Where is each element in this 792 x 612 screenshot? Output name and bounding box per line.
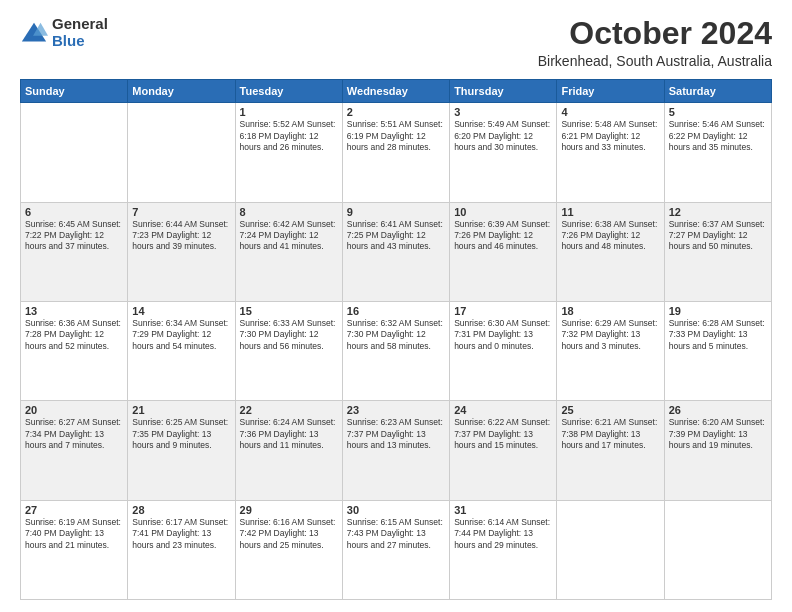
cell-info: Sunrise: 6:24 AM Sunset: 7:36 PM Dayligh…	[240, 417, 338, 451]
page: General Blue October 2024 Birkenhead, So…	[0, 0, 792, 612]
calendar-cell: 5Sunrise: 5:46 AM Sunset: 6:22 PM Daylig…	[664, 103, 771, 202]
day-number: 27	[25, 504, 123, 516]
calendar-cell: 17Sunrise: 6:30 AM Sunset: 7:31 PM Dayli…	[450, 301, 557, 400]
cell-info: Sunrise: 6:39 AM Sunset: 7:26 PM Dayligh…	[454, 219, 552, 253]
day-number: 16	[347, 305, 445, 317]
cell-info: Sunrise: 6:15 AM Sunset: 7:43 PM Dayligh…	[347, 517, 445, 551]
cell-info: Sunrise: 6:19 AM Sunset: 7:40 PM Dayligh…	[25, 517, 123, 551]
day-number: 11	[561, 206, 659, 218]
day-number: 4	[561, 106, 659, 118]
day-number: 31	[454, 504, 552, 516]
calendar-cell: 15Sunrise: 6:33 AM Sunset: 7:30 PM Dayli…	[235, 301, 342, 400]
cell-info: Sunrise: 6:17 AM Sunset: 7:41 PM Dayligh…	[132, 517, 230, 551]
week-row-4: 20Sunrise: 6:27 AM Sunset: 7:34 PM Dayli…	[21, 401, 772, 500]
day-number: 10	[454, 206, 552, 218]
cell-info: Sunrise: 6:41 AM Sunset: 7:25 PM Dayligh…	[347, 219, 445, 253]
logo-text: General Blue	[52, 16, 108, 49]
calendar-cell	[21, 103, 128, 202]
day-number: 25	[561, 404, 659, 416]
week-row-1: 1Sunrise: 5:52 AM Sunset: 6:18 PM Daylig…	[21, 103, 772, 202]
title-block: October 2024 Birkenhead, South Australia…	[538, 16, 772, 69]
calendar-cell: 6Sunrise: 6:45 AM Sunset: 7:22 PM Daylig…	[21, 202, 128, 301]
cell-info: Sunrise: 6:23 AM Sunset: 7:37 PM Dayligh…	[347, 417, 445, 451]
calendar-cell: 28Sunrise: 6:17 AM Sunset: 7:41 PM Dayli…	[128, 500, 235, 599]
cell-info: Sunrise: 6:34 AM Sunset: 7:29 PM Dayligh…	[132, 318, 230, 352]
day-number: 29	[240, 504, 338, 516]
logo-icon	[20, 19, 48, 47]
calendar-cell: 3Sunrise: 5:49 AM Sunset: 6:20 PM Daylig…	[450, 103, 557, 202]
calendar-cell: 18Sunrise: 6:29 AM Sunset: 7:32 PM Dayli…	[557, 301, 664, 400]
calendar-cell: 11Sunrise: 6:38 AM Sunset: 7:26 PM Dayli…	[557, 202, 664, 301]
calendar-cell: 14Sunrise: 6:34 AM Sunset: 7:29 PM Dayli…	[128, 301, 235, 400]
calendar-cell	[128, 103, 235, 202]
calendar-cell: 22Sunrise: 6:24 AM Sunset: 7:36 PM Dayli…	[235, 401, 342, 500]
day-number: 15	[240, 305, 338, 317]
calendar-cell: 24Sunrise: 6:22 AM Sunset: 7:37 PM Dayli…	[450, 401, 557, 500]
cell-info: Sunrise: 5:51 AM Sunset: 6:19 PM Dayligh…	[347, 119, 445, 153]
cell-info: Sunrise: 6:30 AM Sunset: 7:31 PM Dayligh…	[454, 318, 552, 352]
calendar-cell: 4Sunrise: 5:48 AM Sunset: 6:21 PM Daylig…	[557, 103, 664, 202]
cell-info: Sunrise: 5:49 AM Sunset: 6:20 PM Dayligh…	[454, 119, 552, 153]
week-row-3: 13Sunrise: 6:36 AM Sunset: 7:28 PM Dayli…	[21, 301, 772, 400]
week-row-5: 27Sunrise: 6:19 AM Sunset: 7:40 PM Dayli…	[21, 500, 772, 599]
day-number: 5	[669, 106, 767, 118]
day-number: 13	[25, 305, 123, 317]
day-number: 24	[454, 404, 552, 416]
calendar-cell: 9Sunrise: 6:41 AM Sunset: 7:25 PM Daylig…	[342, 202, 449, 301]
calendar-cell: 23Sunrise: 6:23 AM Sunset: 7:37 PM Dayli…	[342, 401, 449, 500]
cell-info: Sunrise: 6:14 AM Sunset: 7:44 PM Dayligh…	[454, 517, 552, 551]
calendar-table: SundayMondayTuesdayWednesdayThursdayFrid…	[20, 79, 772, 600]
cell-info: Sunrise: 6:20 AM Sunset: 7:39 PM Dayligh…	[669, 417, 767, 451]
calendar-cell: 25Sunrise: 6:21 AM Sunset: 7:38 PM Dayli…	[557, 401, 664, 500]
calendar-cell: 21Sunrise: 6:25 AM Sunset: 7:35 PM Dayli…	[128, 401, 235, 500]
calendar-cell: 2Sunrise: 5:51 AM Sunset: 6:19 PM Daylig…	[342, 103, 449, 202]
header-row: SundayMondayTuesdayWednesdayThursdayFrid…	[21, 80, 772, 103]
calendar-cell: 30Sunrise: 6:15 AM Sunset: 7:43 PM Dayli…	[342, 500, 449, 599]
cell-info: Sunrise: 6:37 AM Sunset: 7:27 PM Dayligh…	[669, 219, 767, 253]
cell-info: Sunrise: 6:29 AM Sunset: 7:32 PM Dayligh…	[561, 318, 659, 352]
calendar-cell	[664, 500, 771, 599]
cell-info: Sunrise: 5:46 AM Sunset: 6:22 PM Dayligh…	[669, 119, 767, 153]
day-number: 23	[347, 404, 445, 416]
cell-info: Sunrise: 6:27 AM Sunset: 7:34 PM Dayligh…	[25, 417, 123, 451]
calendar-cell: 10Sunrise: 6:39 AM Sunset: 7:26 PM Dayli…	[450, 202, 557, 301]
calendar-cell: 20Sunrise: 6:27 AM Sunset: 7:34 PM Dayli…	[21, 401, 128, 500]
logo: General Blue	[20, 16, 108, 49]
calendar-cell: 31Sunrise: 6:14 AM Sunset: 7:44 PM Dayli…	[450, 500, 557, 599]
logo-general-label: General	[52, 16, 108, 33]
calendar-cell: 19Sunrise: 6:28 AM Sunset: 7:33 PM Dayli…	[664, 301, 771, 400]
subtitle: Birkenhead, South Australia, Australia	[538, 53, 772, 69]
cell-info: Sunrise: 6:36 AM Sunset: 7:28 PM Dayligh…	[25, 318, 123, 352]
day-header-thursday: Thursday	[450, 80, 557, 103]
day-number: 26	[669, 404, 767, 416]
cell-info: Sunrise: 6:44 AM Sunset: 7:23 PM Dayligh…	[132, 219, 230, 253]
day-number: 14	[132, 305, 230, 317]
cell-info: Sunrise: 5:48 AM Sunset: 6:21 PM Dayligh…	[561, 119, 659, 153]
cell-info: Sunrise: 6:38 AM Sunset: 7:26 PM Dayligh…	[561, 219, 659, 253]
day-number: 3	[454, 106, 552, 118]
day-header-monday: Monday	[128, 80, 235, 103]
day-number: 20	[25, 404, 123, 416]
day-number: 1	[240, 106, 338, 118]
cell-info: Sunrise: 6:22 AM Sunset: 7:37 PM Dayligh…	[454, 417, 552, 451]
day-number: 6	[25, 206, 123, 218]
day-number: 9	[347, 206, 445, 218]
cell-info: Sunrise: 6:28 AM Sunset: 7:33 PM Dayligh…	[669, 318, 767, 352]
logo-blue-label: Blue	[52, 33, 108, 50]
cell-info: Sunrise: 6:42 AM Sunset: 7:24 PM Dayligh…	[240, 219, 338, 253]
calendar-cell: 7Sunrise: 6:44 AM Sunset: 7:23 PM Daylig…	[128, 202, 235, 301]
day-number: 12	[669, 206, 767, 218]
calendar-cell: 13Sunrise: 6:36 AM Sunset: 7:28 PM Dayli…	[21, 301, 128, 400]
day-number: 30	[347, 504, 445, 516]
calendar-cell: 8Sunrise: 6:42 AM Sunset: 7:24 PM Daylig…	[235, 202, 342, 301]
cell-info: Sunrise: 6:16 AM Sunset: 7:42 PM Dayligh…	[240, 517, 338, 551]
cell-info: Sunrise: 6:25 AM Sunset: 7:35 PM Dayligh…	[132, 417, 230, 451]
calendar-cell: 26Sunrise: 6:20 AM Sunset: 7:39 PM Dayli…	[664, 401, 771, 500]
calendar-cell	[557, 500, 664, 599]
day-header-tuesday: Tuesday	[235, 80, 342, 103]
week-row-2: 6Sunrise: 6:45 AM Sunset: 7:22 PM Daylig…	[21, 202, 772, 301]
day-number: 8	[240, 206, 338, 218]
day-number: 19	[669, 305, 767, 317]
calendar-cell: 12Sunrise: 6:37 AM Sunset: 7:27 PM Dayli…	[664, 202, 771, 301]
calendar-cell: 29Sunrise: 6:16 AM Sunset: 7:42 PM Dayli…	[235, 500, 342, 599]
